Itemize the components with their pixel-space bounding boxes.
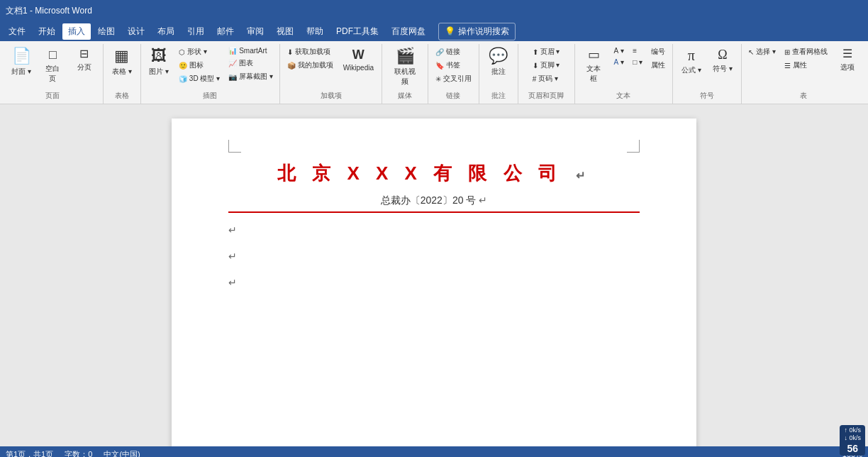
page-num-button[interactable]: #页码 ▾	[530, 72, 563, 85]
online-video-button[interactable]: 🎬 联机视频	[386, 45, 423, 89]
shapes-button[interactable]: ⬡形状 ▾	[176, 45, 223, 58]
ribbon-group-text: ▭ 文本框 A▾ A▾ ≡ □▾	[575, 44, 674, 104]
select-group-label: 表	[800, 91, 807, 102]
menu-item-draw[interactable]: 绘图	[92, 23, 121, 40]
quick-parts-button[interactable]: A▾	[611, 45, 628, 56]
select-icon: ↖	[748, 48, 754, 56]
page-break-button[interactable]: ⊟ 分页	[70, 45, 99, 75]
get-addins-button[interactable]: ⬇获取加载项	[284, 45, 336, 58]
header-button[interactable]: ⬆页眉 ▾	[530, 45, 563, 58]
menu-item-insert[interactable]: 插入	[62, 23, 91, 40]
menu-item-baidu[interactable]: 百度网盘	[386, 23, 431, 40]
picture-button[interactable]: 🖼 图片 ▾	[145, 45, 173, 79]
ribbon-group-addins: ⬇获取加载项 📦我的加载项 W Wikipedia 加载项	[280, 44, 382, 104]
comment-button[interactable]: 💬 批注	[484, 45, 513, 79]
symbol-button[interactable]: Ω 符号 ▾	[708, 45, 737, 77]
corner-mark-tl	[228, 140, 241, 153]
object-button[interactable]: □▾	[630, 57, 645, 67]
dropcap-button[interactable]: ≡	[630, 45, 645, 56]
status-bar: 第1页，共1页 字数：0 中文(中国) 100%	[0, 446, 868, 457]
table-button[interactable]: ▦ 表格 ▾	[108, 45, 136, 79]
footer-icon: ⬇	[533, 62, 538, 70]
symbol-group-label: 符号	[700, 91, 714, 102]
menu-item-ref[interactable]: 引用	[182, 23, 210, 40]
ribbon-group-symbol: π 公式 ▾ Ω 符号 ▾ 符号	[673, 44, 741, 104]
illustration-group-label: 插图	[203, 91, 217, 102]
table-icon: ▦	[114, 48, 129, 64]
cross-ref-icon: ✳	[435, 75, 441, 83]
smartart-button[interactable]: 📊SmartArt	[226, 45, 276, 56]
ribbon-group-illustration: 🖼 图片 ▾ ⬡形状 ▾ 🙂图标 🧊3D 模型 ▾	[141, 44, 281, 104]
screenshot-button[interactable]: 📷屏幕截图 ▾	[226, 70, 276, 83]
textbox-button[interactable]: ▭ 文本框	[579, 45, 608, 87]
menu-item-file[interactable]: 文件	[3, 23, 31, 40]
ribbon-group-header-footer: ⬆页眉 ▾ ⬇页脚 ▾ #页码 ▾ 页眉和页脚	[518, 44, 575, 104]
3d-model-button[interactable]: 🧊3D 模型 ▾	[176, 72, 223, 85]
link-button[interactable]: 🔗链接	[433, 45, 474, 58]
icons-button[interactable]: 🙂图标	[176, 59, 223, 72]
menu-item-review[interactable]: 审阅	[241, 23, 269, 40]
language: 中文(中国)	[104, 449, 140, 458]
addins-group-label: 加载项	[321, 91, 342, 102]
header-icon: ⬆	[533, 48, 538, 56]
grid-view-button[interactable]: ⊞查看网格线	[781, 45, 830, 58]
symbol-icon: Ω	[718, 48, 727, 61]
bookmark-button[interactable]: 🔖书签	[433, 59, 474, 72]
menu-item-pdf[interactable]: PDF工具集	[330, 23, 384, 40]
properties2-icon: ☰	[784, 62, 791, 70]
main-area: 北 京 X X X 有 限 公 司 ↵ 总裁办〔2022〕20 号 ↵ ↵ ↵ …	[0, 104, 868, 446]
document-page[interactable]: 北 京 X X X 有 限 公 司 ↵ 总裁办〔2022〕20 号 ↵ ↵ ↵ …	[172, 119, 696, 446]
my-addins-icon: 📦	[287, 62, 296, 70]
page-num-icon: #	[533, 75, 537, 83]
properties2-button[interactable]: ☰属性	[781, 59, 830, 72]
menu-item-mail[interactable]: 邮件	[211, 23, 240, 40]
ribbon-group-media: 🎬 联机视频 媒体	[382, 44, 428, 104]
3d-icon: 🧊	[179, 75, 187, 83]
menu-bar: 文件 开始 插入 绘图 设计 布局 引用 邮件 审阅 视图 帮助 PDF工具集 …	[0, 21, 868, 41]
menu-item-search[interactable]: 💡操作说明搜索	[438, 23, 516, 40]
subtitle-text: 总裁办〔2022〕20 号	[381, 194, 477, 206]
video-icon: 🎬	[396, 48, 415, 64]
blank-page-icon: □	[49, 48, 57, 61]
ribbon-group-select: ↖选择 ▾ ⊞查看网格线 ☰属性 ☰ 选项 表	[742, 44, 865, 104]
smartart-icon: 📊	[228, 47, 237, 55]
return-3: ↵	[228, 277, 237, 288]
wikipedia-button[interactable]: W Wikipedia	[339, 45, 377, 75]
document-subtitle: 总裁办〔2022〕20 号 ↵	[228, 194, 640, 207]
text-group-label: 文本	[616, 91, 630, 102]
textbox-icon: ▭	[588, 48, 600, 61]
screenshot-icon: 📷	[228, 73, 237, 81]
menu-item-view[interactable]: 视图	[271, 23, 299, 40]
menu-item-design[interactable]: 设计	[122, 23, 150, 40]
footer-button[interactable]: ⬇页脚 ▾	[530, 59, 563, 72]
lightbulb-icon: 💡	[445, 26, 455, 36]
cover-icon: 📄	[12, 48, 31, 64]
formula-button[interactable]: π 公式 ▾	[677, 45, 706, 78]
cross-ref-button[interactable]: ✳交叉引用	[433, 72, 474, 85]
bookmark-icon: 🔖	[435, 62, 444, 70]
doc-line-3: ↵	[228, 274, 640, 292]
cover-button[interactable]: 📄 封面 ▾	[7, 45, 35, 79]
return-2: ↵	[228, 250, 237, 262]
properties-button[interactable]: 属性	[648, 59, 668, 72]
link-icon: 🔗	[435, 48, 444, 56]
menu-item-help[interactable]: 帮助	[301, 23, 329, 40]
doc-line-2: ↵	[228, 248, 640, 265]
wordart-icon: A	[614, 58, 619, 66]
select-button[interactable]: ↖选择 ▾	[745, 45, 779, 58]
menu-item-layout[interactable]: 布局	[152, 23, 180, 40]
my-addins-button[interactable]: 📦我的加载项	[284, 59, 336, 72]
shapes-icon: ⬡	[179, 48, 185, 56]
menu-item-home[interactable]: 开始	[33, 23, 61, 40]
options-button[interactable]: ☰ 选项	[833, 45, 862, 75]
chart-icon: 📈	[228, 60, 237, 67]
word-count: 字数：0	[65, 449, 92, 458]
subtitle-return: ↵	[479, 194, 487, 206]
wordart-button[interactable]: A▾	[611, 57, 628, 67]
chart-button[interactable]: 📈图表	[226, 57, 276, 70]
ribbon-group-table: ▦ 表格 ▾ 表格	[104, 44, 141, 104]
numbering-button[interactable]: 编号	[648, 45, 668, 58]
header-footer-group-label: 页眉和页脚	[528, 91, 564, 102]
ribbon: 📄 封面 ▾ □ 空白页 ⊟ 分页 页面 ▦ 表格 ▾	[0, 41, 868, 104]
blank-page-button[interactable]: □ 空白页	[38, 45, 67, 87]
